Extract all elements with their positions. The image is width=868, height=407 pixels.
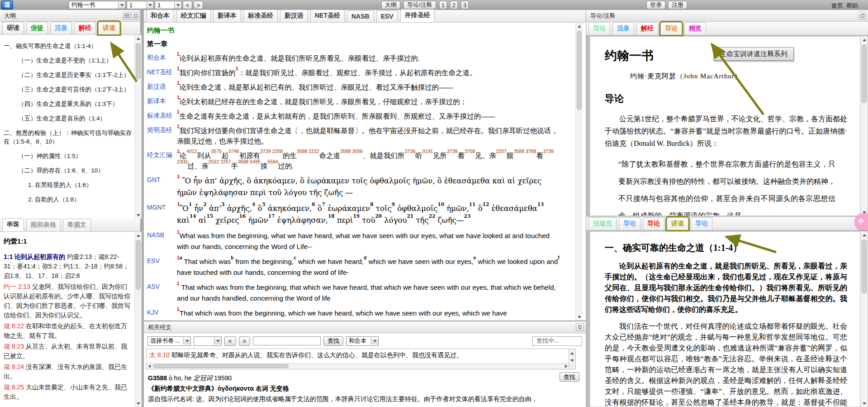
tab-daolun-active[interactable]: 导论 bbox=[660, 22, 682, 35]
bible-text-scrollbar[interactable] bbox=[575, 23, 583, 321]
refresh-icon[interactable] bbox=[859, 12, 866, 19]
register-button[interactable]: 注册 bbox=[668, 1, 687, 9]
version-link[interactable]: GNT bbox=[147, 175, 177, 199]
tab-heheben[interactable]: 和合本 bbox=[146, 10, 174, 22]
tab-jiangdao[interactable]: 讲道 bbox=[98, 22, 120, 34]
scroll-up-icon[interactable] bbox=[576, 23, 583, 29]
prev-verse-button[interactable]: < bbox=[183, 1, 192, 9]
tab-jingwenhuibian[interactable]: 经文汇编 bbox=[176, 10, 211, 22]
notes-view-button[interactable]: 导论/注释 bbox=[403, 1, 436, 9]
outline-item[interactable]: 一、确实可靠的生命之道（1:1-4） bbox=[0, 42, 134, 50]
related-version-select[interactable]: 和合本 bbox=[346, 336, 379, 346]
tab-daolun-red[interactable]: 导论 bbox=[643, 217, 664, 230]
outline-item[interactable]: （四）生命之道是重关系的（1:3下） bbox=[0, 100, 134, 108]
related-next-button[interactable]: > bbox=[239, 336, 251, 346]
tab-chuanzhu[interactable]: 串珠 bbox=[2, 218, 24, 231]
related-chapter-select[interactable] bbox=[194, 336, 222, 346]
related-prev-button[interactable]: < bbox=[224, 336, 236, 346]
tab-biaozh unsheng[interactable]: 标准圣经 bbox=[243, 10, 278, 22]
scrollbar-thumb[interactable] bbox=[577, 31, 582, 110]
tab-xinyiben[interactable]: 新译本 bbox=[213, 10, 241, 22]
scroll-up-icon[interactable] bbox=[135, 35, 142, 42]
tab-tubiao[interactable]: 图和表格 bbox=[26, 219, 61, 231]
tab-jiejing[interactable]: 解经 bbox=[636, 22, 658, 35]
version-link[interactable]: 新汉语 bbox=[147, 82, 177, 92]
tab-huoquan[interactable]: 活泉 bbox=[612, 22, 634, 35]
tab-jiangdao-active[interactable]: 讲道 bbox=[667, 217, 688, 230]
next-verse-button[interactable]: > bbox=[194, 1, 203, 9]
tab-xintu[interactable]: 信徒 bbox=[26, 22, 48, 34]
scrollbar-thumb[interactable] bbox=[862, 44, 867, 103]
scroll-up-icon[interactable] bbox=[861, 232, 868, 238]
tab-burdick[interactable]: 伯迪克 bbox=[588, 217, 617, 230]
version-link[interactable]: NET圣经 bbox=[147, 67, 177, 78]
scroll-down-icon[interactable] bbox=[569, 357, 575, 364]
version-link[interactable]: ESV bbox=[147, 256, 177, 278]
outline-item[interactable]: 2. 自欺的人（1:8） bbox=[0, 195, 134, 204]
outline-item[interactable]: （三）生命之道是可言传的（1:2下-3上） bbox=[0, 85, 134, 94]
scroll-down-icon[interactable] bbox=[135, 212, 142, 218]
tab-jinglan[interactable]: 精览 bbox=[684, 22, 706, 35]
app-logo[interactable]: 道 bbox=[1, 0, 13, 10]
scroll-down-icon[interactable] bbox=[135, 400, 142, 407]
layout-1-button[interactable]: 1 bbox=[439, 1, 447, 9]
help-link[interactable]: 帮助 bbox=[846, 2, 858, 10]
scroll-left-icon[interactable] bbox=[147, 364, 152, 369]
scroll-up-icon[interactable] bbox=[135, 232, 142, 239]
crossref-scrollbar[interactable] bbox=[134, 232, 142, 407]
version-link[interactable]: 和合本 bbox=[147, 53, 177, 63]
tab-jiejing[interactable]: 解经 bbox=[74, 22, 96, 34]
outline-item[interactable]: 1. 在黑暗里的人（1:6） bbox=[0, 181, 134, 189]
tab-daolun-blue2[interactable]: 导论 bbox=[691, 217, 712, 230]
tab-xinhanyu[interactable]: 新汉语 bbox=[280, 10, 308, 22]
related-hscrollbar[interactable] bbox=[147, 363, 569, 369]
scroll-up-icon[interactable] bbox=[861, 37, 868, 43]
version-link[interactable]: KJV bbox=[147, 308, 177, 319]
tab-huoquan[interactable]: 活泉 bbox=[50, 22, 72, 34]
tab-yandu[interactable]: 研读 bbox=[2, 22, 24, 34]
version-link[interactable]: 简明圣经 bbox=[147, 125, 177, 146]
related-find-button[interactable]: 查找 bbox=[323, 336, 343, 346]
version-link[interactable]: MGNT bbox=[147, 203, 177, 226]
tab-nasb[interactable]: NASB bbox=[347, 10, 374, 22]
outline-item[interactable]: （二）罪的存在（1:6、8、10） bbox=[0, 166, 134, 175]
related-book-select[interactable]: 选择书卷 ... bbox=[147, 336, 191, 346]
version-link[interactable]: ASV bbox=[147, 282, 177, 304]
verse-select[interactable]: 1 bbox=[155, 1, 182, 9]
refresh-icon[interactable] bbox=[132, 12, 139, 19]
version-link[interactable]: 经文汇编 bbox=[147, 150, 177, 171]
outline-item[interactable]: 二、救恩的检验（上）：神确实可信与罪确实存在（1:5-6、8、10） bbox=[0, 129, 134, 146]
related-search-input[interactable] bbox=[253, 336, 321, 345]
layout-2-button[interactable]: 2 bbox=[450, 1, 458, 9]
scrollbar-thumb[interactable] bbox=[862, 239, 867, 294]
scroll-down-icon[interactable] bbox=[576, 314, 583, 320]
scroll-up-icon[interactable] bbox=[569, 350, 575, 356]
scrollbar-thumb[interactable] bbox=[136, 43, 141, 79]
login-button[interactable]: 登录 bbox=[646, 1, 665, 9]
home-link[interactable]: 首页 bbox=[831, 2, 843, 10]
tab-daolun-mint[interactable]: 导论 bbox=[588, 22, 610, 35]
language-toggle-button[interactable]: 中 bbox=[854, 213, 868, 230]
outline-item[interactable]: （一）生命之道是不变的（1:1上） bbox=[0, 56, 134, 65]
layout-3-button[interactable]: 3 bbox=[461, 1, 469, 9]
list-icon[interactable] bbox=[123, 12, 131, 19]
commentary-scrollbar-bottom[interactable] bbox=[860, 231, 868, 407]
outline-item[interactable]: （一）神的属性（1:5） bbox=[0, 152, 134, 160]
tab-bingpai[interactable]: 并排圣经 bbox=[400, 9, 435, 22]
tab-xilawen[interactable]: 希腊文 bbox=[63, 219, 91, 231]
scrollbar-thumb[interactable] bbox=[153, 364, 289, 368]
collapse-chevrons-icon[interactable] bbox=[576, 323, 584, 331]
scrollbar-thumb[interactable] bbox=[136, 240, 141, 290]
scroll-down-icon[interactable] bbox=[861, 400, 868, 407]
outline-item[interactable]: （二）生命之道是历史事实（1:1下-2上） bbox=[0, 71, 134, 79]
commentary-scrollbar-top[interactable] bbox=[860, 36, 868, 216]
outline-item[interactable]: （五）生命之道是喜乐的（1:4） bbox=[0, 114, 134, 123]
related-result-row[interactable]: 太 8:10 耶稣听见就希奇、对跟从的人说、我实在告诉你们、这么大的信心、就是在… bbox=[147, 349, 575, 360]
chapter-select[interactable]: 1 bbox=[127, 1, 154, 9]
version-link[interactable]: NASB bbox=[147, 230, 177, 252]
version-link[interactable]: 新译本 bbox=[147, 96, 177, 107]
tab-net[interactable]: NET圣经 bbox=[310, 10, 345, 22]
tab-esv[interactable]: ESV bbox=[376, 10, 398, 22]
book-select[interactable]: 约翰一书 bbox=[69, 1, 126, 9]
outline-scrollbar[interactable] bbox=[134, 35, 142, 219]
